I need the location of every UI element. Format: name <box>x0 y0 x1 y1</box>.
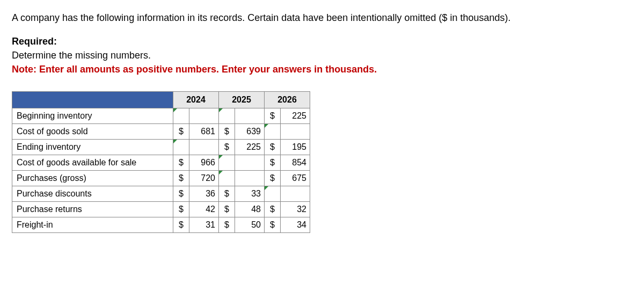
currency-symbol: $ <box>265 217 281 233</box>
input-cell-val[interactable] <box>235 108 265 124</box>
table-row: Beginning inventory $225 <box>12 108 310 124</box>
cell-value: 33 <box>235 186 265 202</box>
row-label: Purchase returns <box>12 202 173 217</box>
input-cell[interactable] <box>265 124 281 140</box>
table-row: Cost of goods sold $681 $639 <box>12 124 310 140</box>
currency-symbol: $ <box>173 217 189 233</box>
input-cell-val[interactable] <box>235 171 265 186</box>
currency-symbol: $ <box>219 186 235 202</box>
currency-symbol: $ <box>265 155 281 171</box>
input-cell[interactable] <box>219 108 235 124</box>
cell-value: 50 <box>235 217 265 233</box>
table-row: Purchase returns $42 $48 $32 <box>12 202 310 217</box>
required-title: Required: <box>12 34 632 48</box>
input-cell-val[interactable] <box>281 186 310 202</box>
table-row: Freight-in $31 $50 $34 <box>12 217 310 233</box>
input-cell[interactable] <box>173 108 189 124</box>
table-row: Ending inventory $225 $195 <box>12 140 310 155</box>
cell-value: 966 <box>189 155 219 171</box>
currency-symbol: $ <box>219 140 235 155</box>
input-cell-val[interactable] <box>235 155 265 171</box>
cell-value: 32 <box>281 202 310 217</box>
input-cell-val[interactable] <box>189 140 219 155</box>
cell-value: 225 <box>235 140 265 155</box>
currency-symbol: $ <box>173 186 189 202</box>
input-cell[interactable] <box>219 155 235 171</box>
cell-value: 720 <box>189 171 219 186</box>
header-blank <box>12 92 173 108</box>
cell-value: 36 <box>189 186 219 202</box>
cell-value: 42 <box>189 202 219 217</box>
input-cell[interactable] <box>265 186 281 202</box>
cell-value: 34 <box>281 217 310 233</box>
col-header-2026: 2026 <box>265 92 310 108</box>
cell-value: 48 <box>235 202 265 217</box>
currency-symbol: $ <box>173 155 189 171</box>
cell-value: 681 <box>189 124 219 140</box>
currency-symbol: $ <box>265 140 281 155</box>
input-cell-val[interactable] <box>281 124 310 140</box>
row-label: Beginning inventory <box>12 108 173 124</box>
data-table: 2024 2025 2026 Beginning inventory $225 … <box>12 91 310 233</box>
row-label: Purchases (gross) <box>12 171 173 186</box>
currency-symbol: $ <box>219 202 235 217</box>
currency-symbol: $ <box>173 171 189 186</box>
input-cell-val[interactable] <box>189 108 219 124</box>
cell-value: 31 <box>189 217 219 233</box>
header-row: 2024 2025 2026 <box>12 92 310 108</box>
currency-symbol: $ <box>265 108 281 124</box>
cell-value: 639 <box>235 124 265 140</box>
required-line: Determine the missing numbers. <box>12 48 632 62</box>
currency-symbol: $ <box>219 217 235 233</box>
cell-value: 225 <box>281 108 310 124</box>
required-block: Required: Determine the missing numbers.… <box>12 34 632 76</box>
table-row: Cost of goods available for sale $966 $8… <box>12 155 310 171</box>
currency-symbol: $ <box>265 171 281 186</box>
required-note: Note: Enter all amounts as positive numb… <box>12 62 632 76</box>
col-header-2025: 2025 <box>219 92 265 108</box>
col-header-2024: 2024 <box>173 92 219 108</box>
currency-symbol: $ <box>173 202 189 217</box>
currency-symbol: $ <box>265 202 281 217</box>
cell-value: 675 <box>281 171 310 186</box>
cell-value: 195 <box>281 140 310 155</box>
currency-symbol: $ <box>173 124 189 140</box>
table-row: Purchases (gross) $720 $675 <box>12 171 310 186</box>
row-label: Freight-in <box>12 217 173 233</box>
row-label: Ending inventory <box>12 140 173 155</box>
currency-symbol: $ <box>219 124 235 140</box>
input-cell[interactable] <box>173 140 189 155</box>
row-label: Cost of goods available for sale <box>12 155 173 171</box>
row-label: Cost of goods sold <box>12 124 173 140</box>
table-row: Purchase discounts $36 $33 <box>12 186 310 202</box>
intro-text: A company has the following information … <box>12 11 632 25</box>
row-label: Purchase discounts <box>12 186 173 202</box>
cell-value: 854 <box>281 155 310 171</box>
input-cell[interactable] <box>219 171 235 186</box>
